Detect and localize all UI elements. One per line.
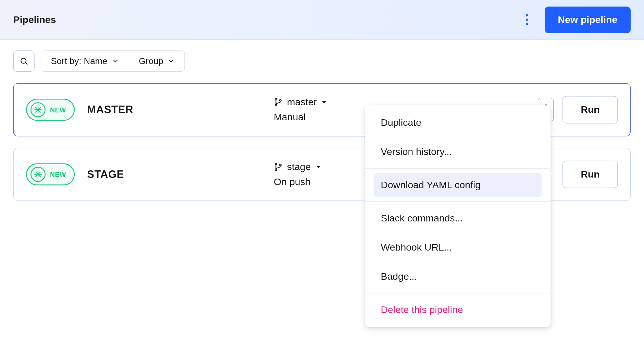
run-button[interactable]: Run [562, 161, 618, 188]
toolbar: Sort by: Name Group [0, 40, 644, 72]
chevron-down-icon [112, 58, 119, 65]
status-badge-label: NEW [50, 106, 66, 113]
kebab-dot-icon [526, 23, 528, 25]
pipeline-context-menu: Duplicate Version history... Download YA… [365, 105, 550, 327]
status-icon [30, 167, 46, 182]
branch-name: stage [287, 161, 311, 173]
status-badge: NEW [26, 163, 75, 185]
sort-dropdown[interactable]: Sort by: Name [41, 51, 128, 71]
status-badge-label: NEW [50, 171, 66, 178]
branch-name: master [287, 96, 317, 108]
menu-item-webhook-url[interactable]: Webhook URL... [365, 233, 550, 262]
menu-item-delete-pipeline[interactable]: Delete this pipeline [365, 295, 550, 324]
status-icon [30, 102, 46, 117]
group-label: Group [139, 56, 163, 66]
page-title: Pipelines [13, 14, 56, 26]
branch-icon [274, 98, 283, 107]
new-pipeline-button[interactable]: New pipeline [545, 7, 631, 33]
status-badge: NEW [26, 99, 75, 121]
pipeline-name: STAGE [87, 168, 124, 181]
page-header: Pipelines New pipeline [0, 0, 644, 40]
header-more-button[interactable] [522, 11, 532, 29]
menu-item-slack-commands[interactable]: Slack commands... [365, 204, 550, 233]
search-icon [20, 57, 28, 65]
menu-item-duplicate[interactable]: Duplicate [365, 108, 550, 137]
menu-separator [365, 168, 550, 169]
search-button[interactable] [13, 50, 35, 72]
caret-down-icon [315, 164, 321, 170]
menu-item-badge[interactable]: Badge... [365, 262, 550, 291]
run-button[interactable]: Run [562, 96, 618, 123]
chevron-down-icon [168, 58, 175, 65]
kebab-dot-icon [526, 19, 528, 21]
svg-marker-17 [316, 166, 320, 168]
menu-item-version-history[interactable]: Version history... [365, 137, 550, 166]
caret-down-icon [321, 99, 327, 105]
svg-marker-9 [322, 101, 326, 104]
svg-line-1 [25, 63, 27, 64]
menu-item-download-yaml[interactable]: Download YAML config [365, 170, 550, 199]
sort-label: Sort by: Name [51, 56, 107, 66]
menu-separator [365, 293, 550, 293]
branch-icon [274, 162, 283, 171]
group-dropdown[interactable]: Group [128, 51, 184, 71]
kebab-dot-icon [526, 14, 528, 16]
menu-separator [365, 201, 550, 202]
pipeline-name: MASTER [87, 104, 133, 116]
pipeline-list: NEW MASTER master Manual Run [0, 72, 644, 201]
